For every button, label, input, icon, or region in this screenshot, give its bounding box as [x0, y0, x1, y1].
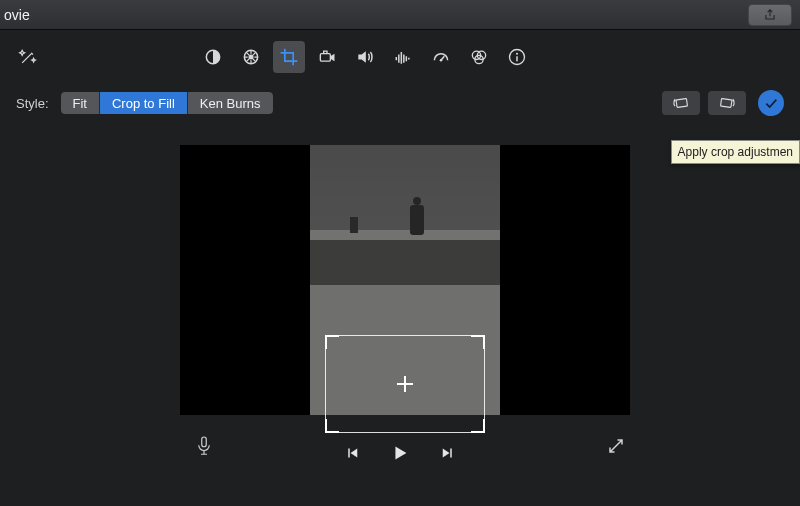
equalizer-icon [393, 47, 413, 67]
rotate-ccw-icon [672, 96, 690, 110]
info-button[interactable] [501, 41, 533, 73]
transport-controls [0, 428, 800, 478]
next-frame-button[interactable] [433, 438, 463, 468]
svg-point-4 [440, 59, 443, 62]
expand-icon [607, 437, 625, 455]
style-label: Style: [16, 96, 49, 111]
style-fit-button[interactable]: Fit [61, 92, 100, 114]
checkmark-icon [763, 95, 779, 111]
info-icon [507, 47, 527, 67]
crop-center-cross [397, 376, 413, 392]
volume-icon [355, 47, 375, 67]
volume-button[interactable] [349, 41, 381, 73]
share-icon [763, 8, 777, 22]
filters-icon [469, 47, 489, 67]
window-title: ovie [4, 7, 30, 23]
titlebar: ovie [0, 0, 800, 30]
svg-rect-12 [202, 437, 207, 447]
video-filters-button[interactable] [463, 41, 495, 73]
speedometer-icon [431, 47, 451, 67]
previous-frame-button[interactable] [337, 438, 367, 468]
camera-icon [317, 47, 337, 67]
play-button[interactable] [385, 438, 415, 468]
apply-crop-tooltip: Apply crop adjustmen [671, 140, 800, 164]
skip-next-icon [439, 444, 457, 462]
style-ken-burns-button[interactable]: Ken Burns [188, 92, 273, 114]
svg-rect-3 [320, 54, 330, 62]
voiceover-button[interactable] [190, 432, 218, 460]
svg-rect-11 [721, 99, 732, 108]
color-wheel-icon [241, 47, 261, 67]
color-balance-button[interactable] [197, 41, 229, 73]
rotate-cw-button[interactable] [708, 91, 746, 115]
auto-enhance-button[interactable] [12, 41, 44, 73]
style-segmented-control: Fit Crop to Fill Ken Burns [61, 92, 273, 114]
color-balance-icon [203, 47, 223, 67]
wand-icon [18, 47, 38, 67]
apply-crop-button[interactable] [758, 90, 784, 116]
crop-style-row: Style: Fit Crop to Fill Ken Burns [0, 84, 800, 122]
crop-button[interactable] [273, 41, 305, 73]
color-correction-button[interactable] [235, 41, 267, 73]
style-crop-to-fill-button[interactable]: Crop to Fill [100, 92, 188, 114]
play-icon [389, 442, 411, 464]
svg-rect-10 [676, 99, 687, 108]
adjust-toolbar [0, 30, 800, 84]
stabilization-button[interactable] [311, 41, 343, 73]
crop-handle-tr[interactable] [471, 335, 485, 349]
skip-previous-icon [343, 444, 361, 462]
noise-reduction-button[interactable] [387, 41, 419, 73]
video-viewer [180, 145, 630, 415]
microphone-icon [195, 435, 213, 457]
rotate-ccw-button[interactable] [662, 91, 700, 115]
rotate-cw-icon [718, 96, 736, 110]
share-button[interactable] [748, 4, 792, 26]
crop-selection-box[interactable] [325, 335, 485, 433]
speed-button[interactable] [425, 41, 457, 73]
crop-icon [279, 47, 299, 67]
crop-handle-tl[interactable] [325, 335, 339, 349]
svg-point-9 [516, 53, 518, 55]
fullscreen-button[interactable] [602, 432, 630, 460]
